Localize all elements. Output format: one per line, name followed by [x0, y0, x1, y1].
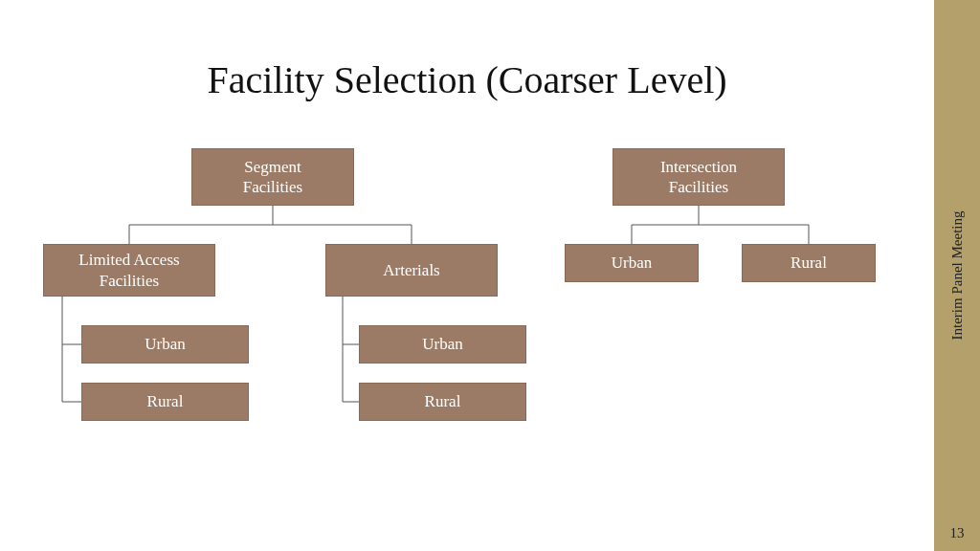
node-laf-urban: Urban — [81, 325, 249, 364]
node-segment-facilities: Segment Facilities — [191, 148, 354, 206]
node-laf-rural: Rural — [81, 383, 249, 421]
node-art-urban: Urban — [359, 325, 526, 364]
sidebar-strip: Interim Panel Meeting 13 — [934, 0, 980, 551]
node-art-rural: Rural — [359, 383, 526, 421]
node-int-rural: Rural — [742, 244, 876, 282]
node-limited-access-facilities: Limited Access Facilities — [43, 244, 215, 297]
slide-title: Facility Selection (Coarser Level) — [0, 57, 934, 102]
node-arterials: Arterials — [325, 244, 498, 297]
node-int-urban: Urban — [565, 244, 699, 282]
node-intersection-facilities: Intersection Facilities — [612, 148, 785, 206]
page-number: 13 — [934, 525, 980, 541]
sidebar-label: Interim Panel Meeting — [949, 211, 966, 341]
diagram-stage: Segment Facilities Limited Access Facili… — [0, 143, 934, 507]
slide: Facility Selection (Coarser Level) Segme… — [0, 0, 980, 551]
